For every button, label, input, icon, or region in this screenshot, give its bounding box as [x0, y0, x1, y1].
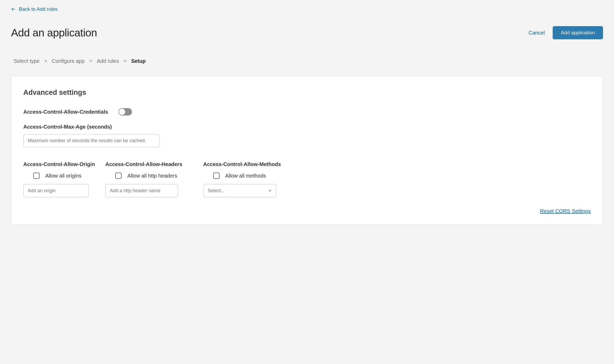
card-title: Advanced settings [23, 89, 591, 97]
chevron-right-icon: > [44, 58, 47, 64]
add-application-button[interactable]: Add application [553, 26, 603, 39]
advanced-settings-card: Advanced settings Access-Control-Allow-C… [11, 76, 603, 225]
allow-all-methods-checkbox[interactable] [213, 173, 220, 179]
chevron-right-icon: > [124, 58, 127, 64]
breadcrumb-configure-app[interactable]: Configure app [52, 58, 85, 64]
toggle-knob [119, 109, 125, 115]
max-age-label: Access-Control-Max-Age (seconds) [23, 124, 591, 130]
cancel-button[interactable]: Cancel [529, 30, 545, 36]
max-age-input[interactable] [23, 134, 160, 147]
allow-all-headers-checkbox[interactable] [115, 173, 122, 179]
allow-all-origins-checkbox[interactable] [33, 173, 40, 179]
back-link-label: Back to Add rules [19, 6, 58, 12]
chevron-right-icon: > [89, 58, 92, 64]
allow-credentials-label: Access-Control-Allow-Credentials [23, 109, 108, 115]
arrow-left-icon [11, 7, 16, 12]
page-title: Add an application [11, 27, 97, 39]
breadcrumb: Select type > Configure app > Add rules … [14, 58, 603, 64]
allow-credentials-toggle[interactable] [118, 108, 132, 115]
methods-select[interactable]: Select... [203, 184, 276, 197]
breadcrumb-select-type[interactable]: Select type [14, 58, 40, 64]
caret-down-icon [268, 188, 272, 194]
reset-cors-settings-link[interactable]: Reset CORS Settings [540, 208, 591, 214]
allow-headers-title: Access-Control-Allow-Headers [105, 161, 182, 167]
breadcrumb-setup: Setup [131, 58, 146, 64]
add-header-input[interactable] [105, 184, 178, 197]
add-origin-input[interactable] [23, 184, 89, 197]
allow-origin-title: Access-Control-Allow-Origin [23, 161, 95, 167]
allow-all-methods-label: Allow all methods [225, 173, 266, 179]
allow-methods-title: Access-Control-Allow-Methods [203, 161, 281, 167]
back-link[interactable]: Back to Add rules [11, 6, 58, 12]
breadcrumb-add-rules[interactable]: Add rules [97, 58, 119, 64]
methods-select-placeholder: Select... [208, 188, 225, 194]
allow-all-origins-label: Allow all origins [45, 173, 81, 179]
allow-all-headers-label: Allow all http headers [127, 173, 177, 179]
